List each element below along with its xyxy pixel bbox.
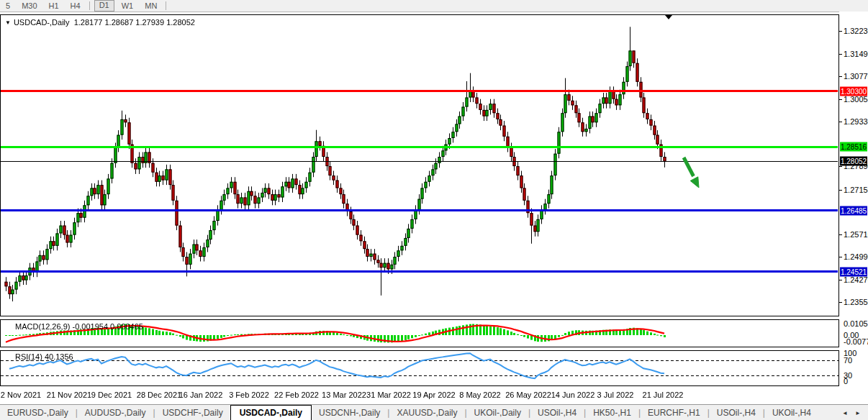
- price-axis-label: 1.24990: [844, 252, 868, 261]
- price-badge-1.28052: 1.28052: [840, 157, 867, 166]
- date-axis-label: 2 Nov 2021: [1, 391, 41, 399]
- date-axis-label: 21 Nov 2021: [47, 391, 91, 399]
- chart-title: ▼USDCAD-,Daily 1.28177 1.28687 1.27939 1…: [5, 18, 195, 27]
- trading-platform-window: 5M30H1H4D1W1MN ▼USDCAD-,Daily 1.28177 1.…: [0, 0, 868, 420]
- tab-usdcad-daily[interactable]: USDCAD-,Daily: [230, 405, 312, 420]
- autoscroll-marker-icon: [665, 15, 672, 19]
- price-axis-label: 1.30050: [844, 95, 868, 104]
- tab-usdchf-daily[interactable]: USDCHF-,Daily: [155, 406, 230, 419]
- price-badge-1.30300: 1.30300: [840, 86, 867, 96]
- price-axis: 1.322301.314901.307701.300501.293301.278…: [839, 12, 868, 404]
- axis-tick: [839, 166, 842, 167]
- axis-tick: [839, 280, 842, 280]
- date-axis-label: 22 Feb 2022: [274, 391, 319, 399]
- tab-usoil-h4[interactable]: USOil-,H4: [530, 406, 584, 419]
- date-axis-label: 19 Apr 2022: [412, 391, 455, 399]
- macd-label: MACD(12,26,9) -0.001954 0.000465: [15, 322, 143, 331]
- price-axis-label: 1.31490: [844, 50, 868, 58]
- chart-title-dropdown-icon: ▼: [5, 19, 11, 26]
- tab-ukoil-daily[interactable]: UKOil-,Daily: [467, 406, 528, 419]
- date-axis-label: 13 Mar 2022: [322, 391, 366, 399]
- price-badge-1.28516: 1.28516: [840, 142, 867, 152]
- axis-tick: [839, 190, 842, 191]
- date-axis-label: 8 May 2022: [459, 391, 500, 399]
- axis-tick: [839, 234, 842, 235]
- support-line-green[interactable]: [1, 146, 838, 148]
- price-axis-label: 1.32230: [844, 27, 868, 35]
- chart-symbol-label: USDCAD-,Daily: [14, 18, 70, 27]
- date-axis-label: 9 Dec 2021: [91, 391, 132, 399]
- rsi-axis-label: 0: [844, 377, 848, 385]
- price-badge-1.26485: 1.26485: [840, 206, 867, 215]
- axis-tick: [839, 257, 842, 257]
- axis-tick: [839, 76, 842, 77]
- rsi-axis-label: 70: [844, 356, 852, 365]
- price-axis-label: 1.30770: [844, 72, 868, 81]
- tab-audusd-daily[interactable]: AUDUSD-,Daily: [78, 406, 153, 419]
- date-axis-label: 3 Jul 2022: [597, 391, 634, 399]
- support-line-blue-2[interactable]: [1, 270, 838, 273]
- rsi-label: RSI(14) 40.1356: [15, 352, 73, 361]
- date-axis-label: 3 Feb 2022: [229, 391, 269, 399]
- date-axis-label: 26 May 2022: [505, 391, 551, 399]
- current-price-line[interactable]: [1, 161, 838, 162]
- tab-usoil-h4[interactable]: USOil-,H4: [710, 406, 763, 419]
- chart-ohlc-values: 1.28177 1.28687 1.27939 1.28052: [74, 18, 195, 27]
- tab-ukoil-h4[interactable]: UKOil-,H4: [765, 406, 818, 419]
- tab-eurchf-h1[interactable]: EURCHF-,H1: [641, 406, 707, 419]
- date-axis-label: 16 Jan 2022: [179, 391, 223, 399]
- price-axis-label: 1.24270: [844, 275, 868, 284]
- macd-axis-label: -0.00774: [844, 337, 868, 346]
- tab-xauusd-daily[interactable]: XAUUSD-,Daily: [389, 406, 464, 419]
- price-axis-label: 1.29330: [844, 117, 868, 126]
- chart-tab-bar: EURUSD-,Daily|AUDUSD-,Daily|USDCHF-,Dail…: [0, 404, 868, 420]
- axis-tick: [839, 31, 842, 32]
- price-axis-label: 1.25710: [844, 230, 868, 239]
- tab-scroll-arrows[interactable]: ◄ ►: [842, 410, 864, 416]
- axis-tick: [839, 302, 842, 303]
- support-line-blue-1[interactable]: [1, 209, 838, 211]
- price-axis-label: 1.27150: [844, 186, 868, 194]
- axis-tick: [839, 54, 842, 55]
- tab-eurusd-daily[interactable]: EURUSD-,Daily: [0, 406, 76, 419]
- price-axis-label: 1.23550: [844, 298, 868, 306]
- axis-tick: [839, 122, 842, 122]
- resistance-line-red[interactable]: [1, 90, 838, 92]
- price-badge-1.24521: 1.24521: [840, 267, 867, 276]
- tab-hk50-h1[interactable]: HK50-,H1: [586, 406, 638, 419]
- date-axis-label: 14 Jun 2022: [551, 391, 595, 399]
- macd-axis-label: 0.01052: [844, 319, 868, 328]
- sell-arrow-annotation[interactable]: [681, 152, 710, 193]
- date-axis-label: 31 Mar 2022: [366, 391, 411, 399]
- axis-tick: [839, 99, 842, 100]
- date-axis-label: 21 Jul 2022: [643, 391, 684, 399]
- date-axis-label: 28 Dec 2021: [137, 391, 181, 399]
- tab-usdcnh-daily[interactable]: USDCNH-,Daily: [312, 406, 387, 419]
